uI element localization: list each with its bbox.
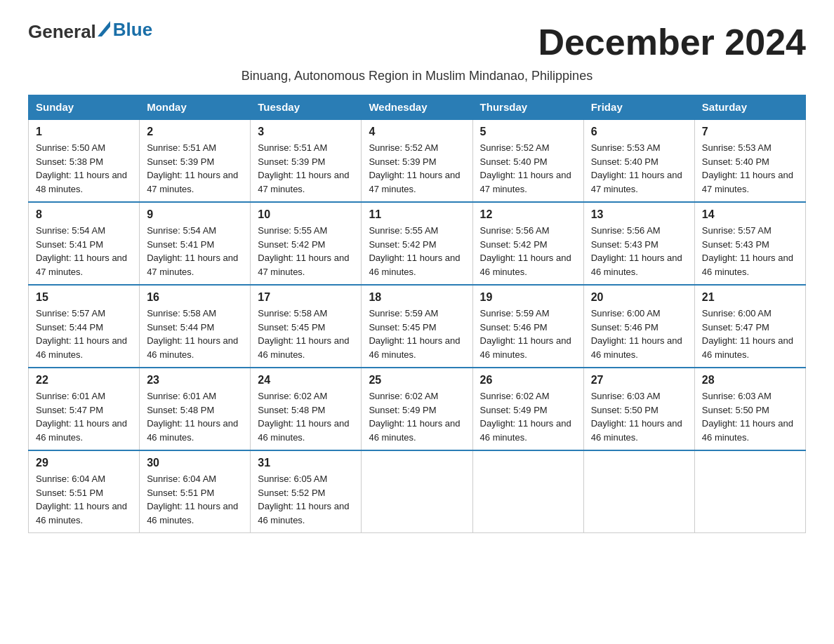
day-info: Sunrise: 6:04 AM Sunset: 5:51 PM Dayligh… bbox=[36, 472, 132, 527]
day-number: 13 bbox=[591, 208, 687, 221]
day-info: Sunrise: 6:01 AM Sunset: 5:47 PM Dayligh… bbox=[36, 389, 132, 444]
day-info: Sunrise: 5:52 AM Sunset: 5:40 PM Dayligh… bbox=[480, 141, 576, 196]
day-info: Sunrise: 5:51 AM Sunset: 5:39 PM Dayligh… bbox=[147, 141, 243, 196]
table-row: 1 Sunrise: 5:50 AM Sunset: 5:38 PM Dayli… bbox=[29, 119, 140, 202]
day-info: Sunrise: 5:51 AM Sunset: 5:39 PM Dayligh… bbox=[258, 141, 354, 196]
col-wednesday: Wednesday bbox=[362, 95, 472, 120]
logo-text-general: General bbox=[28, 21, 96, 42]
day-info: Sunrise: 6:01 AM Sunset: 5:48 PM Dayligh… bbox=[147, 389, 243, 444]
day-number: 22 bbox=[36, 374, 132, 387]
day-number: 14 bbox=[702, 208, 798, 221]
table-row: 2 Sunrise: 5:51 AM Sunset: 5:39 PM Dayli… bbox=[140, 119, 251, 202]
table-row: 4 Sunrise: 5:52 AM Sunset: 5:39 PM Dayli… bbox=[362, 119, 472, 202]
day-number: 28 bbox=[702, 374, 798, 387]
table-row: 20 Sunrise: 6:00 AM Sunset: 5:46 PM Dayl… bbox=[583, 285, 694, 368]
day-number: 26 bbox=[480, 374, 576, 387]
table-row: 26 Sunrise: 6:02 AM Sunset: 5:49 PM Dayl… bbox=[472, 368, 583, 450]
table-row: 22 Sunrise: 6:01 AM Sunset: 5:47 PM Dayl… bbox=[29, 368, 140, 450]
table-row: 19 Sunrise: 5:59 AM Sunset: 5:46 PM Dayl… bbox=[472, 285, 583, 368]
day-info: Sunrise: 5:54 AM Sunset: 5:41 PM Dayligh… bbox=[147, 224, 243, 279]
table-row: 25 Sunrise: 6:02 AM Sunset: 5:49 PM Dayl… bbox=[362, 368, 472, 450]
table-row: 17 Sunrise: 5:58 AM Sunset: 5:45 PM Dayl… bbox=[251, 285, 362, 368]
day-info: Sunrise: 5:56 AM Sunset: 5:42 PM Dayligh… bbox=[480, 224, 576, 279]
day-number: 31 bbox=[258, 457, 354, 469]
day-info: Sunrise: 5:57 AM Sunset: 5:43 PM Dayligh… bbox=[702, 224, 798, 279]
day-number: 19 bbox=[480, 291, 576, 304]
table-row bbox=[362, 450, 472, 533]
col-sunday: Sunday bbox=[29, 95, 140, 120]
table-row: 21 Sunrise: 6:00 AM Sunset: 5:47 PM Dayl… bbox=[694, 285, 805, 368]
day-number: 23 bbox=[147, 374, 243, 387]
calendar-table: Sunday Monday Tuesday Wednesday Thursday… bbox=[28, 95, 806, 533]
table-row: 7 Sunrise: 5:53 AM Sunset: 5:40 PM Dayli… bbox=[694, 119, 805, 202]
day-number: 5 bbox=[480, 126, 576, 138]
day-info: Sunrise: 5:52 AM Sunset: 5:39 PM Dayligh… bbox=[369, 141, 465, 196]
day-info: Sunrise: 5:55 AM Sunset: 5:42 PM Dayligh… bbox=[369, 224, 465, 279]
table-row: 14 Sunrise: 5:57 AM Sunset: 5:43 PM Dayl… bbox=[694, 202, 805, 285]
day-number: 24 bbox=[258, 374, 354, 387]
table-row: 5 Sunrise: 5:52 AM Sunset: 5:40 PM Dayli… bbox=[472, 119, 583, 202]
day-info: Sunrise: 5:55 AM Sunset: 5:42 PM Dayligh… bbox=[258, 224, 354, 279]
day-info: Sunrise: 6:00 AM Sunset: 5:46 PM Dayligh… bbox=[591, 307, 687, 361]
calendar-week-row: 8 Sunrise: 5:54 AM Sunset: 5:41 PM Dayli… bbox=[29, 202, 806, 285]
day-info: Sunrise: 5:59 AM Sunset: 5:46 PM Dayligh… bbox=[480, 307, 576, 361]
day-info: Sunrise: 6:05 AM Sunset: 5:52 PM Dayligh… bbox=[258, 472, 354, 527]
page-subtitle: Binuang, Autonomous Region in Muslim Min… bbox=[28, 69, 806, 83]
table-row: 24 Sunrise: 6:02 AM Sunset: 5:48 PM Dayl… bbox=[251, 368, 362, 450]
day-info: Sunrise: 5:58 AM Sunset: 5:45 PM Dayligh… bbox=[258, 307, 354, 361]
table-row: 29 Sunrise: 6:04 AM Sunset: 5:51 PM Dayl… bbox=[29, 450, 140, 533]
day-number: 9 bbox=[147, 208, 243, 221]
logo-arrow-icon bbox=[98, 21, 110, 36]
table-row: 16 Sunrise: 5:58 AM Sunset: 5:44 PM Dayl… bbox=[140, 285, 251, 368]
col-friday: Friday bbox=[583, 95, 694, 120]
day-number: 1 bbox=[36, 126, 132, 138]
logo-text-blue: Blue bbox=[113, 19, 152, 41]
day-info: Sunrise: 6:03 AM Sunset: 5:50 PM Dayligh… bbox=[702, 389, 798, 444]
table-row: 18 Sunrise: 5:59 AM Sunset: 5:45 PM Dayl… bbox=[362, 285, 472, 368]
calendar-week-row: 15 Sunrise: 5:57 AM Sunset: 5:44 PM Dayl… bbox=[29, 285, 806, 368]
day-number: 30 bbox=[147, 457, 243, 469]
table-row: 12 Sunrise: 5:56 AM Sunset: 5:42 PM Dayl… bbox=[472, 202, 583, 285]
month-title: December 2024 bbox=[538, 21, 806, 63]
day-number: 18 bbox=[369, 291, 465, 304]
calendar-week-row: 29 Sunrise: 6:04 AM Sunset: 5:51 PM Dayl… bbox=[29, 450, 806, 533]
page-header: General Blue December 2024 bbox=[28, 21, 806, 63]
day-number: 15 bbox=[36, 291, 132, 304]
day-info: Sunrise: 5:56 AM Sunset: 5:43 PM Dayligh… bbox=[591, 224, 687, 279]
calendar-week-row: 1 Sunrise: 5:50 AM Sunset: 5:38 PM Dayli… bbox=[29, 119, 806, 202]
day-info: Sunrise: 6:00 AM Sunset: 5:47 PM Dayligh… bbox=[702, 307, 798, 361]
logo: General Blue bbox=[28, 21, 152, 43]
col-saturday: Saturday bbox=[694, 95, 805, 120]
table-row: 28 Sunrise: 6:03 AM Sunset: 5:50 PM Dayl… bbox=[694, 368, 805, 450]
table-row: 8 Sunrise: 5:54 AM Sunset: 5:41 PM Dayli… bbox=[29, 202, 140, 285]
table-row: 30 Sunrise: 6:04 AM Sunset: 5:51 PM Dayl… bbox=[140, 450, 251, 533]
day-number: 8 bbox=[36, 208, 132, 221]
day-number: 16 bbox=[147, 291, 243, 304]
day-info: Sunrise: 6:04 AM Sunset: 5:51 PM Dayligh… bbox=[147, 472, 243, 527]
day-info: Sunrise: 6:02 AM Sunset: 5:49 PM Dayligh… bbox=[369, 389, 465, 444]
day-info: Sunrise: 5:50 AM Sunset: 5:38 PM Dayligh… bbox=[36, 141, 132, 196]
day-info: Sunrise: 5:58 AM Sunset: 5:44 PM Dayligh… bbox=[147, 307, 243, 361]
table-row bbox=[583, 450, 694, 533]
table-row: 23 Sunrise: 6:01 AM Sunset: 5:48 PM Dayl… bbox=[140, 368, 251, 450]
day-number: 25 bbox=[369, 374, 465, 387]
day-number: 11 bbox=[369, 208, 465, 221]
day-info: Sunrise: 5:59 AM Sunset: 5:45 PM Dayligh… bbox=[369, 307, 465, 361]
table-row: 9 Sunrise: 5:54 AM Sunset: 5:41 PM Dayli… bbox=[140, 202, 251, 285]
day-number: 20 bbox=[591, 291, 687, 304]
day-number: 12 bbox=[480, 208, 576, 221]
day-info: Sunrise: 5:53 AM Sunset: 5:40 PM Dayligh… bbox=[702, 141, 798, 196]
table-row: 15 Sunrise: 5:57 AM Sunset: 5:44 PM Dayl… bbox=[29, 285, 140, 368]
day-number: 4 bbox=[369, 126, 465, 138]
day-number: 2 bbox=[147, 126, 243, 138]
col-thursday: Thursday bbox=[472, 95, 583, 120]
table-row: 10 Sunrise: 5:55 AM Sunset: 5:42 PM Dayl… bbox=[251, 202, 362, 285]
day-info: Sunrise: 5:54 AM Sunset: 5:41 PM Dayligh… bbox=[36, 224, 132, 279]
day-number: 3 bbox=[258, 126, 354, 138]
day-info: Sunrise: 6:02 AM Sunset: 5:49 PM Dayligh… bbox=[480, 389, 576, 444]
day-info: Sunrise: 5:57 AM Sunset: 5:44 PM Dayligh… bbox=[36, 307, 132, 361]
day-number: 27 bbox=[591, 374, 687, 387]
day-info: Sunrise: 6:03 AM Sunset: 5:50 PM Dayligh… bbox=[591, 389, 687, 444]
table-row: 31 Sunrise: 6:05 AM Sunset: 5:52 PM Dayl… bbox=[251, 450, 362, 533]
calendar-header-row: Sunday Monday Tuesday Wednesday Thursday… bbox=[29, 95, 806, 120]
